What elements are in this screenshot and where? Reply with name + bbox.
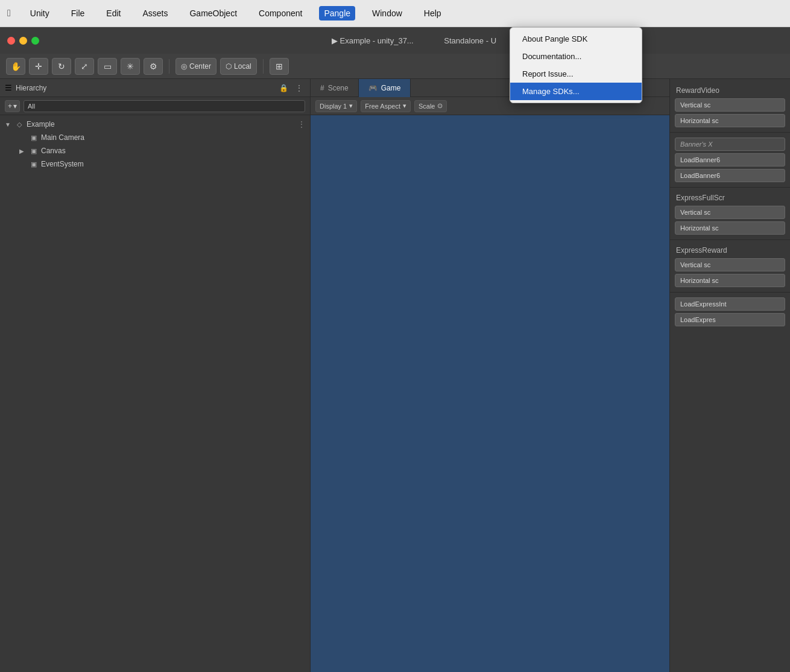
custom-tool[interactable]: ⚙ [144,58,163,75]
display-selector[interactable]: Display 1 ▾ [315,100,357,112]
title-bar: ▶ Example - unity_37... Standalone - U [0,27,790,54]
maximize-button[interactable] [31,37,39,45]
apple-icon:  [7,8,11,19]
load-banner-btn-1[interactable]: LoadBanner6 [675,153,785,166]
documentation-item[interactable]: Documentation... [510,48,642,65]
load-banner-btn-2[interactable]: LoadBanner6 [675,169,785,182]
report-issue-item[interactable]: Report Issue... [510,65,642,83]
menu-item-unity[interactable]: Unity [25,6,54,21]
hierarchy-menu-icon: ☰ [5,83,12,92]
menu-item-assets[interactable]: Assets [137,6,172,21]
reward-video-label: RewardVideo [670,84,790,97]
divider-1 [670,132,790,133]
expand-arrow-icon: ▼ [5,121,12,128]
minimize-button[interactable] [19,37,27,45]
menu-item-help[interactable]: Help [419,6,446,21]
toolbar: ✋ ✛ ↻ ⤢ ▭ ✳ ⚙ ◎ Center ⬡ Local ⊞ [0,54,790,79]
display-label: Display 1 [320,103,347,110]
horizontal-scroll-btn-2[interactable]: Horizontal sc [675,221,785,235]
load-expres-btn[interactable]: LoadExpres [675,313,785,326]
target-icon: ◎ [181,62,187,71]
move-tool[interactable]: ✛ [29,58,48,75]
tab-game[interactable]: 🎮 Game [359,79,411,97]
center-button[interactable]: ◎ Center [175,58,216,75]
banner-x-input[interactable]: Banner's X [675,138,785,151]
camera-icon: ▣ [29,133,39,142]
hierarchy-title: Hierarchy [16,84,46,92]
transform-tool[interactable]: ✳ [121,58,140,75]
game-panel: # Scene 🎮 Game Display 1 ▾ Free Aspect ▾… [311,79,669,672]
rotate-tool[interactable]: ↻ [52,58,71,75]
center-label: Center [189,62,211,71]
window-title: ▶ Example - unity_37... Standalone - U [45,36,783,45]
lock-icon[interactable]: 🔒 [277,83,291,94]
divider-4 [670,292,790,293]
cube-icon: ⬡ [226,62,232,71]
eventsystem-label: EventSystem [41,160,84,168]
aspect-label: Free Aspect [365,103,400,110]
divider-3 [670,239,790,240]
window-title-text: Example - unity_37... [340,36,414,45]
grid-button[interactable]: ⊞ [270,58,289,75]
search-input[interactable] [24,100,305,112]
aspect-selector[interactable]: Free Aspect ▾ [361,100,411,112]
add-label: ▾ [13,102,17,110]
scale-label: Scale [419,103,435,110]
menu-bar:  Unity File Edit Assets GameObject Comp… [0,0,790,27]
menu-item-component[interactable]: Component [254,6,307,21]
tab-scene[interactable]: # Scene [311,79,359,97]
menu-item-pangle[interactable]: Pangle [319,6,355,21]
more-options-icon[interactable]: ⋮ [293,83,305,94]
scene-tab-icon: # [320,84,324,92]
menu-item-file[interactable]: File [66,6,90,21]
horizontal-scroll-btn-3[interactable]: Horizontal sc [675,274,785,287]
canvas-label: Canvas [41,147,66,155]
hand-tool[interactable]: ✋ [6,58,25,75]
scene-icon: ◇ [14,119,24,129]
example-label: Example [27,120,55,128]
about-pangle-sdk-item[interactable]: About Pangle SDK [510,30,642,48]
item-options-icon[interactable]: ⋮ [298,120,305,128]
horizontal-scroll-btn-1[interactable]: Horizontal sc [675,114,785,127]
scale-tool[interactable]: ⤢ [75,58,94,75]
game-tab-icon: 🎮 [368,84,378,92]
express-reward-label: ExpressReward [670,244,790,257]
hierarchy-header: ☰ Hierarchy 🔒 ⋮ [0,79,310,97]
local-label: Local [234,62,251,71]
pangle-dropdown-menu: About Pangle SDK Documentation... Report… [510,27,642,103]
vertical-scroll-btn-2[interactable]: Vertical sc [675,206,785,219]
scale-control[interactable]: Scale ⊙ [414,100,447,112]
divider-2 [670,187,790,188]
plus-icon: + [8,102,12,110]
tree-item-main-camera[interactable]: ▣ Main Camera [0,131,310,144]
close-button[interactable] [7,37,15,45]
panel-actions: 🔒 ⋮ [277,83,305,94]
local-button[interactable]: ⬡ Local [220,58,257,75]
rect-tool[interactable]: ▭ [98,58,117,75]
vertical-scroll-btn-1[interactable]: Vertical sc [675,98,785,112]
game-viewport [311,115,669,672]
tree-item-example[interactable]: ▼ ◇ Example ⋮ [0,118,310,131]
tree-item-eventsystem[interactable]: ▣ EventSystem [0,157,310,171]
traffic-lights [7,37,39,45]
menu-item-gameobject[interactable]: GameObject [185,6,242,21]
load-express-int-btn[interactable]: LoadExpressInt [675,297,785,311]
separator-2 [263,59,264,74]
tree-container: ▼ ◇ Example ⋮ ▣ Main Camera ▶ ▣ Canvas ▣ [0,115,310,672]
menu-item-edit[interactable]: Edit [101,6,125,21]
game-tab-label: Game [381,84,401,92]
hierarchy-toolbar: + ▾ [0,97,310,115]
right-panel: RewardVideo Vertical sc Horizontal sc Ba… [669,79,790,672]
main-content: ☰ Hierarchy 🔒 ⋮ + ▾ ▼ ◇ Example ⋮ [0,79,790,672]
manage-sdks-item[interactable]: Manage SDKs... [510,83,642,100]
tree-item-canvas[interactable]: ▶ ▣ Canvas [0,144,310,157]
vertical-scroll-btn-3[interactable]: Vertical sc [675,258,785,271]
aspect-arrow-icon: ▾ [403,102,406,110]
scene-tab-label: Scene [328,84,349,92]
scale-slider-icon: ⊙ [437,102,443,110]
add-button[interactable]: + ▾ [5,100,20,112]
eventsystem-icon: ▣ [29,159,39,169]
main-camera-label: Main Camera [41,133,84,142]
canvas-arrow-icon: ▶ [19,148,27,154]
menu-item-window[interactable]: Window [367,6,407,21]
